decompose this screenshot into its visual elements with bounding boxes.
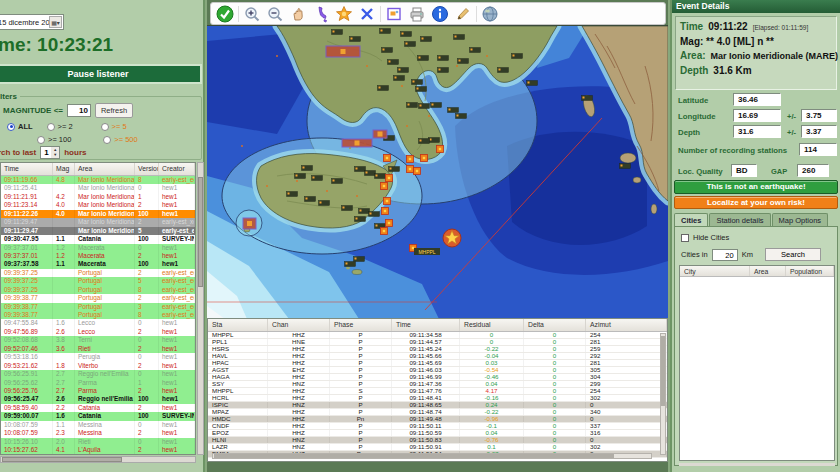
tab-station-details[interactable]: Station details — [709, 213, 770, 226]
calendar-dropdown-icon[interactable]: ▦▾ — [49, 16, 62, 28]
station-marker[interactable] — [412, 80, 423, 85]
station-marker[interactable] — [302, 166, 313, 171]
snapshot-icon[interactable] — [384, 4, 404, 24]
station-marker[interactable] — [421, 37, 432, 42]
radio-ge5[interactable]: >= 5 — [101, 122, 127, 131]
print-icon[interactable] — [407, 4, 427, 24]
pick-row[interactable]: PPL1HNEP09:11:44.5700281 — [208, 339, 667, 346]
pick-row[interactable]: HAGAHHZP09:11:46.99-0.460304 — [208, 374, 667, 381]
tab-cities[interactable]: Cities — [674, 213, 708, 226]
event-row[interactable]: 09:11:23.144.0Mar Ionio Meridionale (MA2… — [1, 201, 195, 209]
event-row[interactable]: 09:59:00.071.6Catania100SURVEY-INGV-C — [1, 412, 195, 420]
pause-listener-button[interactable]: Pause listener — [0, 64, 202, 84]
event-row[interactable]: 09:11:19.664.8Mar Ionio Meridional8early… — [1, 176, 195, 184]
alert-station-marker[interactable] — [414, 168, 421, 175]
station-marker[interactable] — [454, 35, 465, 40]
search-cities-button[interactable]: Search — [765, 248, 821, 261]
event-row[interactable]: 09:11:22.264.0Mar Ionio Meridional...100… — [1, 210, 195, 218]
localize-button[interactable]: Localize at your own risk! — [674, 196, 838, 209]
station-marker[interactable] — [369, 212, 380, 217]
event-row[interactable]: 09:52:07.463.6Rieti2hew1 — [1, 345, 195, 353]
event-row[interactable]: 09:39:37.25Portugal5early-est_ee1.2.1 — [1, 277, 195, 285]
column-header[interactable]: Residual — [460, 319, 524, 331]
radio-ge100[interactable]: >= 100 — [37, 135, 71, 144]
zoom-out-icon[interactable] — [265, 4, 285, 24]
pick-row[interactable]: AGSTEHZP09:11:46.03-0.540305 — [208, 367, 667, 374]
pick-row[interactable]: EPOZHHZP09:11:50.590.040316 — [208, 430, 667, 437]
station-marker[interactable] — [305, 197, 316, 202]
magnitude-input[interactable]: 10 — [67, 104, 91, 117]
column-header[interactable]: City — [680, 266, 750, 276]
pick-row[interactable]: HCRLHHZP09:11:48.41-0.160302 — [208, 395, 667, 402]
pick-row[interactable]: MPAZHHZP09:11:48.74-0.220340 — [208, 409, 667, 416]
station-marker[interactable] — [527, 81, 538, 86]
station-marker[interactable] — [470, 48, 481, 53]
picks-horizontal-scrollbar[interactable] — [212, 453, 652, 459]
pick-row[interactable]: HLNIHNZP09:11:50.83-0.7600 — [208, 437, 667, 444]
station-marker[interactable] — [419, 104, 430, 109]
alert-station-marker[interactable] — [382, 208, 389, 215]
epicenter-star[interactable] — [443, 229, 461, 247]
event-row[interactable]: 09:11:25.41Mar Ionio Meridionale (MA0hew… — [1, 184, 195, 192]
depth-error-field[interactable]: 3.37 — [801, 125, 837, 138]
station-marker[interactable] — [582, 96, 593, 101]
scrollbar-thumb[interactable] — [661, 336, 665, 406]
pick-row[interactable]: HPACHHZP09:11:45.690.030281 — [208, 360, 667, 367]
alert-station-marker[interactable] — [381, 183, 388, 190]
alert-station-marker[interactable] — [386, 175, 393, 182]
city-list-scrollbar[interactable] — [679, 463, 835, 466]
station-marker[interactable] — [287, 192, 298, 197]
event-row[interactable]: 09:47:56.892.6Lecco2hew1 — [1, 328, 195, 336]
refresh-button[interactable]: Refresh — [95, 103, 133, 118]
longitude-error-field[interactable]: 3.75 — [801, 109, 837, 122]
column-header[interactable]: Area — [750, 266, 786, 276]
column-header[interactable]: Creator — [159, 163, 195, 175]
station-marker[interactable] — [332, 30, 343, 35]
column-header[interactable]: Time — [1, 163, 53, 175]
pick-row[interactable]: HSRSHHZP09:11:45.24-0.220259 — [208, 346, 667, 353]
radio-ge500[interactable]: >= 500 — [103, 135, 137, 144]
event-row[interactable]: 09:56:25.912.7Reggio nell'Emilia0hew1 — [1, 370, 195, 378]
column-header[interactable]: Mag — [53, 163, 75, 175]
scrollbar-thumb[interactable] — [198, 177, 203, 287]
highlighted-station-box[interactable] — [326, 46, 360, 57]
globe-icon[interactable] — [480, 4, 500, 24]
event-row[interactable]: 09:11:29.47Mar Ionio Meridionale (MA2ear… — [1, 218, 195, 226]
station-marker[interactable] — [512, 54, 523, 59]
not-earthquake-button[interactable]: This is not an earthquake! — [674, 180, 838, 194]
events-vertical-scrollbar[interactable] — [197, 162, 204, 455]
column-header[interactable]: Chan — [268, 319, 330, 331]
event-row[interactable]: 09:37:37.011.2Macerata0hew1 — [1, 244, 195, 252]
event-row[interactable]: 09:39:38.77Portugal2early-est_ee1.1.5 — [1, 294, 195, 302]
column-header[interactable]: Azimut — [586, 319, 667, 331]
spinner-arrows-icon[interactable]: ▲▼ — [51, 147, 59, 158]
station-marker[interactable] — [431, 103, 442, 108]
event-row[interactable]: 09:11:21.914.2Mar Ionio Meridionale (MA1… — [1, 193, 195, 201]
station-marker[interactable] — [407, 103, 418, 108]
italy-map-icon[interactable] — [311, 4, 331, 24]
pick-row[interactable]: MHPPLHHZS09:11:47.764.170254 — [208, 388, 667, 395]
info-icon[interactable] — [430, 4, 450, 24]
event-row[interactable]: 10:15:27.624.1L'Aquila2hew1 — [1, 446, 195, 454]
station-marker[interactable] — [350, 37, 361, 42]
event-row[interactable]: 09:53:21.621.8Viterbo2hew1 — [1, 362, 195, 370]
event-row[interactable]: 10:08:07.591.1Messina0hew1 — [1, 421, 195, 429]
station-marker[interactable] — [448, 108, 459, 113]
tab-map-options[interactable]: Map Options — [772, 213, 829, 226]
station-marker[interactable] — [456, 114, 467, 119]
highlighted-station-box[interactable] — [373, 130, 387, 138]
pick-row[interactable]: HAVLHHZP09:11:45.66-0.040292 — [208, 353, 667, 360]
alert-station-marker[interactable] — [386, 220, 393, 227]
radio-ge2[interactable]: >= 2 — [47, 122, 73, 131]
station-marker[interactable] — [438, 56, 449, 61]
alert-station-marker[interactable] — [407, 166, 414, 173]
alert-station-marker[interactable] — [381, 228, 388, 235]
station-marker[interactable] — [389, 167, 400, 172]
pick-row[interactable]: CNDFHHZP09:11:50.11-0.10337 — [208, 423, 667, 430]
pick-row[interactable]: SSYHNZP09:11:47.360.040299 — [208, 381, 667, 388]
event-row[interactable]: 09:47:55.841.6Lecco0hew1 — [1, 319, 195, 327]
column-header[interactable]: Time — [392, 319, 460, 331]
station-marker[interactable] — [380, 29, 391, 34]
station-marker[interactable] — [429, 138, 440, 143]
station-marker[interactable] — [382, 48, 393, 53]
